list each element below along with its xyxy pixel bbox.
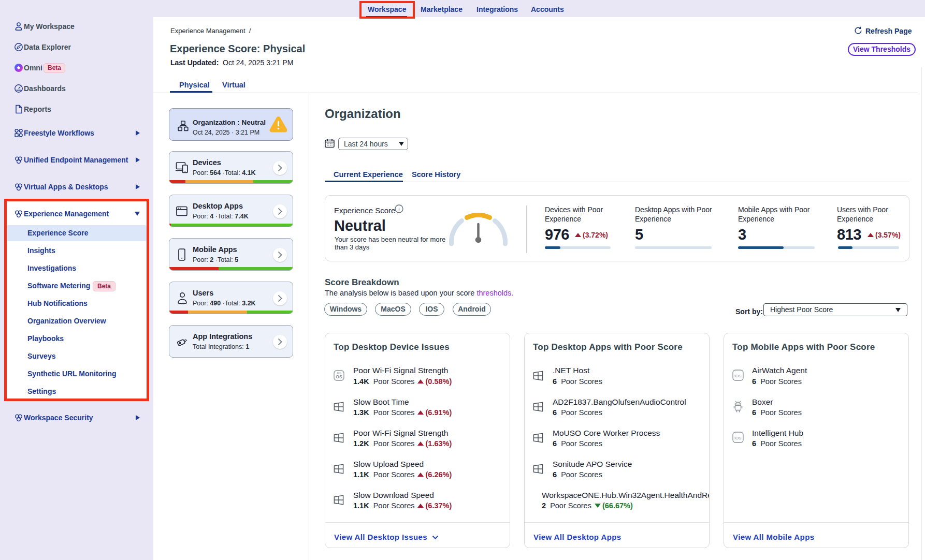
svg-text:AUX: AUX — [337, 372, 341, 374]
svg-text:iOS: iOS — [734, 374, 741, 378]
svg-text:iOS: iOS — [734, 436, 741, 440]
svg-text:OS: OS — [336, 374, 342, 379]
